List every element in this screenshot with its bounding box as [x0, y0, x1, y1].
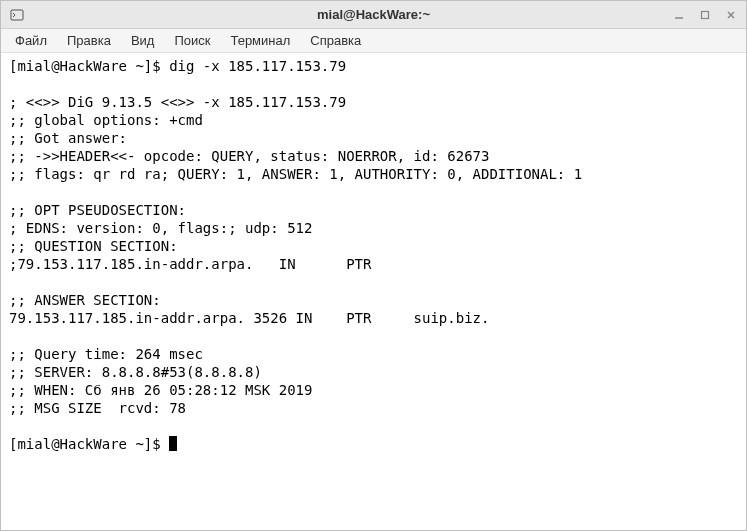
menu-terminal[interactable]: Терминал	[222, 31, 298, 50]
menu-view[interactable]: Вид	[123, 31, 163, 50]
output-line: ;; flags: qr rd ra; QUERY: 1, ANSWER: 1,…	[9, 166, 582, 182]
menu-search[interactable]: Поиск	[166, 31, 218, 50]
output-line: ; EDNS: version: 0, flags:; udp: 512	[9, 220, 312, 236]
output-line: ;; Got answer:	[9, 130, 127, 146]
minimize-button[interactable]	[672, 8, 686, 22]
output-line: ; <<>> DiG 9.13.5 <<>> -x 185.117.153.79	[9, 94, 346, 110]
cursor-icon	[169, 436, 177, 451]
output-line: ;; SERVER: 8.8.8.8#53(8.8.8.8)	[9, 364, 262, 380]
output-line: ;; MSG SIZE rcvd: 78	[9, 400, 186, 416]
prompt: [mial@HackWare ~]$	[9, 58, 169, 74]
command-text: dig -x 185.117.153.79	[169, 58, 346, 74]
maximize-button[interactable]	[698, 8, 712, 22]
output-line: 79.153.117.185.in-addr.arpa. 3526 IN PTR…	[9, 310, 489, 326]
terminal-output[interactable]: [mial@HackWare ~]$ dig -x 185.117.153.79…	[1, 53, 746, 530]
close-button[interactable]	[724, 8, 738, 22]
output-line: ;; WHEN: Сб янв 26 05:28:12 MSK 2019	[9, 382, 312, 398]
window-title: mial@HackWare:~	[1, 7, 746, 22]
output-line: ;79.153.117.185.in-addr.arpa. IN PTR	[9, 256, 371, 272]
output-line: ;; global options: +cmd	[9, 112, 203, 128]
svg-rect-2	[702, 11, 709, 18]
app-icon	[9, 7, 25, 23]
titlebar[interactable]: mial@HackWare:~	[1, 1, 746, 29]
menu-help[interactable]: Справка	[302, 31, 369, 50]
output-line: ;; ANSWER SECTION:	[9, 292, 161, 308]
output-line: ;; OPT PSEUDOSECTION:	[9, 202, 186, 218]
window-controls	[672, 8, 738, 22]
output-line: ;; QUESTION SECTION:	[9, 238, 178, 254]
menu-file[interactable]: Файл	[7, 31, 55, 50]
menu-edit[interactable]: Правка	[59, 31, 119, 50]
svg-rect-0	[11, 10, 23, 20]
prompt: [mial@HackWare ~]$	[9, 436, 169, 452]
output-line: ;; ->>HEADER<<- opcode: QUERY, status: N…	[9, 148, 489, 164]
output-line: ;; Query time: 264 msec	[9, 346, 203, 362]
menubar: Файл Правка Вид Поиск Терминал Справка	[1, 29, 746, 53]
terminal-window: mial@HackWare:~ Файл Правка Вид Поиск Те…	[0, 0, 747, 531]
